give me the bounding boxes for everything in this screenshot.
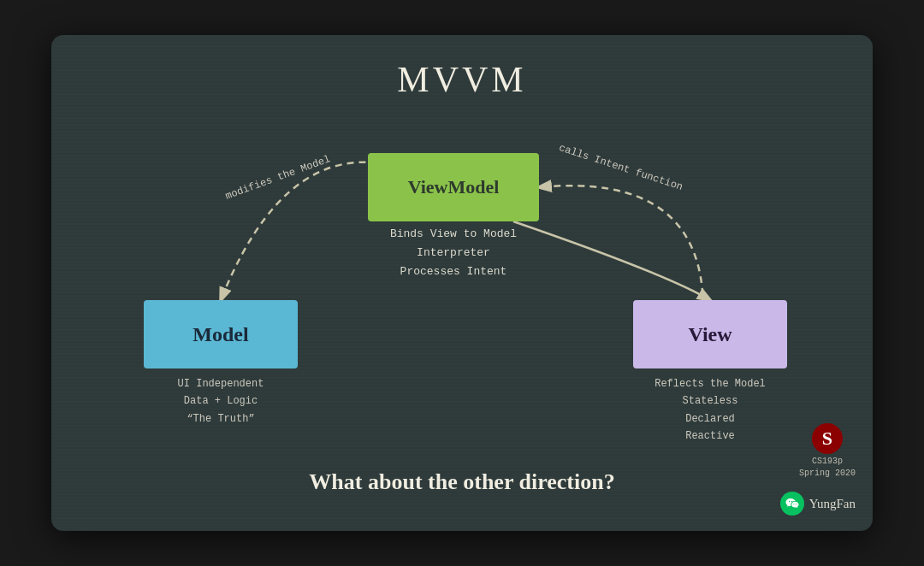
view-desc2: Stateless xyxy=(616,392,804,410)
view-label: View xyxy=(688,323,732,346)
viewmodel-label: ViewModel xyxy=(408,176,500,198)
diagram-svg xyxy=(51,35,873,531)
vm-desc-line3: Processes Intent xyxy=(351,262,556,281)
watermark-name: YungFan xyxy=(809,497,856,511)
stanford-text: CS193p Spring 2020 xyxy=(799,456,856,480)
view-desc3: Declared xyxy=(616,410,804,427)
view-description: Reflects the Model Stateless Declared Re… xyxy=(616,375,804,445)
viewmodel-description: Binds View to Model Interpreter Processe… xyxy=(351,225,556,281)
model-label: Model xyxy=(192,323,248,346)
model-desc3: “The Truth” xyxy=(127,410,315,427)
vm-desc-line1: Binds View to Model xyxy=(351,225,556,244)
model-desc1: UI Independent xyxy=(127,375,315,392)
model-description: UI Independent Data + Logic “The Truth” xyxy=(127,375,315,427)
view-desc1: Reflects the Model xyxy=(616,375,804,392)
watermark: YungFan xyxy=(780,492,856,516)
wechat-icon xyxy=(780,492,804,516)
stanford-line2: Spring 2020 xyxy=(799,468,856,480)
slide-content: MVVM modifies the Model calls Intent fun… xyxy=(51,35,873,531)
view-box: View xyxy=(633,300,787,368)
viewmodel-box: ViewModel xyxy=(368,153,539,221)
model-box: Model xyxy=(144,300,298,368)
stanford-s-icon: S xyxy=(812,423,843,454)
slide: MVVM modifies the Model calls Intent fun… xyxy=(51,35,873,531)
view-desc4: Reactive xyxy=(616,427,804,445)
model-desc2: Data + Logic xyxy=(127,392,315,410)
stanford-area: S CS193p Spring 2020 xyxy=(799,423,856,480)
bottom-question: What about the other direction? xyxy=(309,469,614,495)
vm-desc-line2: Interpreter xyxy=(351,244,556,262)
stanford-line1: CS193p xyxy=(799,456,856,468)
